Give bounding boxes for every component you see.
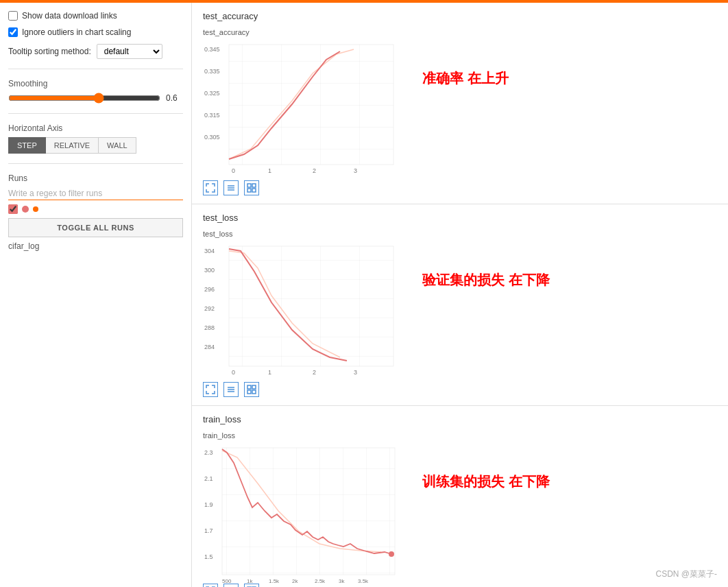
chart-area-test-accuracy: test_accuracy 0.345 0.335 0.325 0 xyxy=(203,28,717,195)
svg-rect-34 xyxy=(252,390,256,394)
runs-section: Runs TOGGLE ALL RUNS cifar_log xyxy=(8,173,183,251)
svg-text:500: 500 xyxy=(222,578,232,584)
run-dot-orange xyxy=(33,206,38,212)
expand-icon-test-accuracy[interactable] xyxy=(203,180,218,195)
ignore-outliers-checkbox[interactable] xyxy=(8,27,18,37)
svg-text:1.5k: 1.5k xyxy=(269,578,280,584)
svg-test-accuracy: 0.345 0.335 0.325 0.315 0.305 0 1 2 3 xyxy=(203,39,402,176)
divider-2 xyxy=(8,113,183,114)
chart-section-title-test-loss: test_loss xyxy=(203,213,717,223)
svg-text:2.1: 2.1 xyxy=(204,475,213,482)
ignore-outliers-row: Ignore outliers in chart scaling xyxy=(8,27,183,37)
chart-svg-train-loss: 2.3 2.1 1.9 1.7 1.5 500 1k 1.5k 2k 2.5k … xyxy=(203,442,402,579)
svg-text:284: 284 xyxy=(204,344,215,350)
top-bar xyxy=(0,0,728,3)
svg-text:0: 0 xyxy=(232,167,235,174)
svg-rect-33 xyxy=(247,390,251,394)
svg-text:1.5: 1.5 xyxy=(204,553,213,560)
axis-buttons-group: STEP RELATIVE WALL xyxy=(8,137,183,154)
svg-text:296: 296 xyxy=(204,286,215,293)
show-download-links-checkbox[interactable] xyxy=(8,11,18,21)
chart-inner-title-test-loss: test_loss xyxy=(203,230,402,238)
chart-svg-test-accuracy: 0.345 0.335 0.325 0.315 0.305 0 1 2 3 xyxy=(203,39,402,176)
grid-icon-test-accuracy[interactable] xyxy=(244,180,259,195)
tooltip-sorting-row: Tooltip sorting method: default ascendin… xyxy=(8,44,183,59)
chart-area-train-loss: train_loss 2.3 2.1 1.9 1.7 1.5 xyxy=(203,431,717,587)
svg-text:0.315: 0.315 xyxy=(204,112,220,119)
svg-text:300: 300 xyxy=(204,267,215,274)
svg-rect-31 xyxy=(247,385,251,389)
svg-text:304: 304 xyxy=(204,248,215,254)
data-icon-test-accuracy[interactable] xyxy=(223,180,239,195)
svg-text:2.3: 2.3 xyxy=(204,449,213,456)
ignore-outliers-label: Ignore outliers in chart scaling xyxy=(22,27,131,37)
horizontal-axis-section: Horizontal Axis STEP RELATIVE WALL xyxy=(8,123,183,154)
svg-text:3k: 3k xyxy=(339,578,345,584)
run-name-cifar: cifar_log xyxy=(8,241,183,251)
chart-inner-title-train-loss: train_loss xyxy=(203,431,402,440)
chart-annotation-test-loss: 验证集的损失 在下降 xyxy=(422,230,550,289)
runs-filter-input[interactable] xyxy=(8,187,183,200)
svg-text:3: 3 xyxy=(354,369,357,376)
smoothing-value: 0.6 xyxy=(166,93,183,103)
chart-section-title-train-loss: train_loss xyxy=(203,414,717,424)
svg-rect-13 xyxy=(247,184,251,187)
divider-1 xyxy=(8,69,183,69)
svg-text:2: 2 xyxy=(313,167,316,174)
svg-rect-14 xyxy=(252,184,256,187)
chart-inner-title-test-accuracy: test_accuracy xyxy=(203,28,402,36)
chart-icons-test-loss xyxy=(203,382,402,397)
chart-container-train-loss: train_loss 2.3 2.1 1.9 1.7 1.5 xyxy=(203,431,402,587)
grid-icon-test-loss[interactable] xyxy=(244,382,259,397)
data-icon-test-loss[interactable] xyxy=(223,382,239,397)
watermark: CSDN @菜菜子- xyxy=(655,568,717,580)
horizontal-axis-label: Horizontal Axis xyxy=(8,123,183,133)
show-download-links-label: Show data download links xyxy=(22,11,117,21)
toggle-all-runs-button[interactable]: TOGGLE ALL RUNS xyxy=(8,218,183,237)
svg-text:1.7: 1.7 xyxy=(204,527,213,534)
svg-text:1: 1 xyxy=(268,369,271,376)
svg-text:2k: 2k xyxy=(292,578,298,584)
svg-train-loss: 2.3 2.1 1.9 1.7 1.5 500 1k 1.5k 2k 2.5k … xyxy=(203,442,402,586)
run-checkbox-cifar[interactable] xyxy=(8,204,18,214)
chart-section-test-accuracy: test_accuracy test_accuracy 0.345 0.3 xyxy=(192,3,728,204)
axis-btn-relative[interactable]: RELATIVE xyxy=(46,137,99,154)
chart-section-train-loss: train_loss train_loss 2.3 2.1 1.9 1.7 xyxy=(192,406,728,587)
svg-rect-15 xyxy=(247,189,251,192)
svg-text:1.9: 1.9 xyxy=(204,501,213,508)
svg-text:0: 0 xyxy=(232,369,235,376)
show-download-links-row: Show data download links xyxy=(8,11,183,21)
svg-text:3.5k: 3.5k xyxy=(358,578,369,584)
svg-test-loss: 304 300 296 292 288 284 0 1 2 3 xyxy=(203,241,402,378)
svg-rect-47 xyxy=(222,448,395,575)
smoothing-label: Smoothing xyxy=(8,79,183,88)
axis-btn-wall[interactable]: WALL xyxy=(99,137,136,154)
tooltip-sorting-select[interactable]: default ascending descending nearest xyxy=(97,44,162,59)
chart-svg-test-loss: 304 300 296 292 288 284 0 1 2 3 xyxy=(203,241,402,378)
chart-icons-test-accuracy xyxy=(203,180,402,195)
divider-3 xyxy=(8,163,183,164)
expand-icon-test-loss[interactable] xyxy=(203,382,218,397)
svg-rect-32 xyxy=(252,385,256,389)
svg-text:2.5k: 2.5k xyxy=(315,578,326,584)
sidebar: Show data download links Ignore outliers… xyxy=(0,3,192,587)
end-dot-train-loss xyxy=(389,551,394,557)
run-row-cifar xyxy=(8,204,183,214)
main-content: test_accuracy test_accuracy 0.345 0.3 xyxy=(192,3,728,587)
axis-btn-step[interactable]: STEP xyxy=(8,137,46,154)
svg-text:0.305: 0.305 xyxy=(204,134,220,141)
svg-rect-9 xyxy=(229,45,393,165)
smoothing-slider[interactable] xyxy=(8,93,160,104)
svg-rect-16 xyxy=(252,189,256,192)
chart-area-test-loss: test_loss 304 300 296 292 288 284 xyxy=(203,230,717,397)
svg-text:1k: 1k xyxy=(247,578,253,584)
tooltip-sorting-label: Tooltip sorting method: xyxy=(8,47,91,56)
svg-text:2: 2 xyxy=(313,369,316,376)
svg-text:1: 1 xyxy=(268,167,271,174)
svg-text:0.345: 0.345 xyxy=(204,46,220,53)
run-color-dot-cifar xyxy=(22,206,29,213)
chart-section-title-test-accuracy: test_accuracy xyxy=(203,11,717,21)
chart-container-test-loss: test_loss 304 300 296 292 288 284 xyxy=(203,230,402,397)
smoothing-section: Smoothing 0.6 xyxy=(8,79,183,104)
svg-text:3: 3 xyxy=(354,167,357,174)
